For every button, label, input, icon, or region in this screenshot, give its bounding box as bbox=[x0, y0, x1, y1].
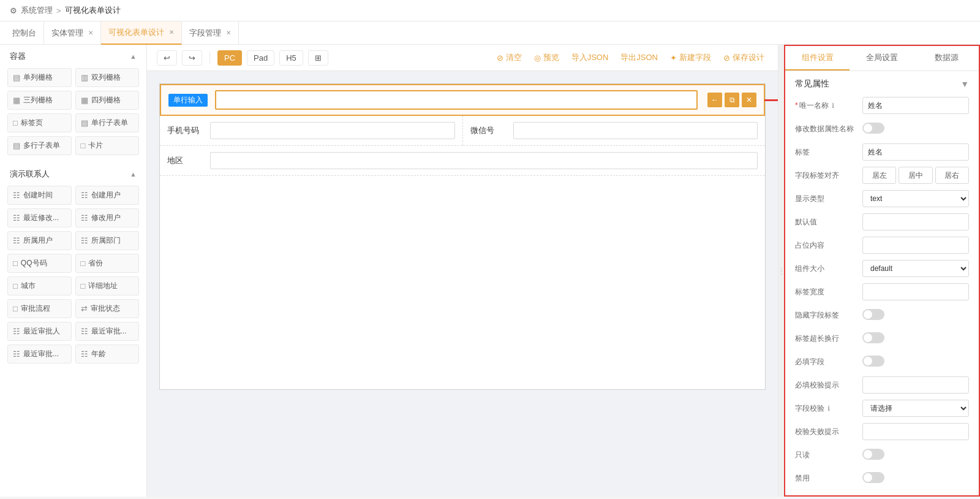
pad-button[interactable]: Pad bbox=[247, 50, 274, 66]
pc-button[interactable]: PC bbox=[217, 50, 242, 66]
demo-collapse-arrow[interactable]: ▲ bbox=[130, 170, 137, 178]
demo-section-header[interactable]: 演示联系人 ▲ bbox=[0, 162, 146, 183]
tab-entity[interactable]: 实体管理 ✕ bbox=[44, 21, 101, 45]
drag-handle[interactable]: ⋮ bbox=[778, 45, 784, 497]
required-field-toggle[interactable] bbox=[862, 356, 884, 367]
sidebar-item-quad-col[interactable]: ▦ 四列栅格 bbox=[75, 91, 140, 110]
field-back-button[interactable]: ← bbox=[707, 93, 722, 107]
field-actions: ← ⧉ ✕ bbox=[707, 93, 756, 107]
sidebar-item-approval-status[interactable]: ⇄ 审批状态 bbox=[75, 299, 140, 318]
field-icon: ☷ bbox=[81, 349, 88, 359]
prop-readonly-label: 只读 bbox=[795, 450, 862, 460]
label-width-input[interactable] bbox=[862, 283, 969, 300]
table-icon: ▤ bbox=[13, 141, 20, 150]
sidebar-item-address[interactable]: □ 详细地址 bbox=[75, 276, 140, 295]
save-design-button[interactable]: ⊘ 保存设计 bbox=[720, 50, 768, 66]
field-icon: ⇄ bbox=[81, 304, 88, 313]
disabled-toggle[interactable] bbox=[862, 472, 884, 483]
sidebar-item-last-modify[interactable]: ☷ 最近修改... bbox=[7, 208, 72, 227]
sidebar-item-province[interactable]: □ 省份 bbox=[75, 254, 140, 273]
sidebar-item-last-approver[interactable]: ☷ 最近审批人 bbox=[7, 322, 72, 341]
prop-label-value bbox=[862, 143, 969, 161]
hidden-toggle[interactable] bbox=[862, 495, 884, 496]
tab-datasource[interactable]: 数据源 bbox=[914, 46, 979, 70]
required-hint-input[interactable] bbox=[862, 376, 969, 394]
default-value-input[interactable] bbox=[862, 213, 969, 230]
preview-button[interactable]: ◎ 预览 bbox=[530, 50, 563, 66]
sidebar-item-qq[interactable]: □ QQ号码 bbox=[7, 254, 72, 273]
placeholder-input[interactable] bbox=[862, 237, 969, 254]
container-collapse-arrow[interactable]: ▲ bbox=[130, 53, 137, 60]
tab-entity-close[interactable]: ✕ bbox=[88, 29, 93, 36]
align-right-button[interactable]: 居右 bbox=[935, 167, 969, 184]
display-type-select[interactable]: text textarea number bbox=[862, 190, 969, 207]
clear-button[interactable]: ⊘ 清空 bbox=[493, 50, 526, 66]
label-wrap-toggle[interactable] bbox=[862, 332, 884, 343]
sidebar-item-multi-subtable[interactable]: ▤ 多行子表单 bbox=[7, 136, 72, 155]
sidebar-item-double-col[interactable]: ▥ 双列栅格 bbox=[75, 68, 140, 87]
field-delete-button[interactable]: ✕ bbox=[742, 93, 756, 107]
h5-button[interactable]: H5 bbox=[279, 50, 303, 66]
prop-readonly-value bbox=[862, 449, 969, 462]
component-size-select[interactable]: default small large bbox=[862, 260, 969, 277]
export-json-button[interactable]: 导出JSON bbox=[617, 50, 662, 66]
sidebar-item-create-user[interactable]: ☷ 创建用户 bbox=[75, 186, 140, 205]
breadcrumb: ⚙ 系统管理 > 可视化表单设计 bbox=[0, 0, 980, 21]
sidebar-item-approval-flow[interactable]: □ 审批流程 bbox=[7, 299, 72, 318]
sidebar-item-triple-col[interactable]: ▦ 三列栅格 bbox=[7, 91, 72, 110]
tab-console[interactable]: 控制台 bbox=[5, 21, 44, 45]
tab-form-design[interactable]: 可视化表单设计 ✕ bbox=[101, 21, 182, 45]
prop-hide-field-label-value bbox=[862, 309, 969, 322]
sidebar-item-card[interactable]: □ 卡片 bbox=[75, 136, 140, 155]
tab-component-settings[interactable]: 组件设置 bbox=[785, 46, 850, 70]
sidebar-item-age[interactable]: ☷ 年龄 bbox=[75, 345, 140, 364]
prop-required-field-value bbox=[862, 356, 969, 368]
undo-button[interactable]: ↩ bbox=[157, 50, 177, 66]
tab-global-settings[interactable]: 全局设置 bbox=[850, 46, 914, 70]
arrow-indicator: ▶ bbox=[764, 95, 778, 105]
sidebar-item-owner-user[interactable]: ☷ 所属用户 bbox=[7, 231, 72, 250]
form-row-name[interactable]: 单行输入 ← ⧉ ✕ ▶ bbox=[160, 84, 765, 116]
unique-name-input[interactable] bbox=[862, 97, 969, 114]
sidebar-item-last-approval-1[interactable]: ☷ 最近审批... bbox=[75, 322, 140, 341]
properties-section-header: 常见属性 ▼ bbox=[795, 78, 969, 90]
redo-button[interactable]: ↪ bbox=[182, 50, 202, 66]
prop-required-field-label: 必填字段 bbox=[795, 357, 862, 367]
field-input[interactable] bbox=[221, 96, 692, 105]
sidebar-item-last-approval-2[interactable]: ☷ 最近审批... bbox=[7, 345, 72, 364]
new-field-button[interactable]: ✦ 新建字段 bbox=[666, 50, 715, 66]
field-copy-button[interactable]: ⧉ bbox=[725, 93, 739, 107]
tab-field-mgmt-close[interactable]: ✕ bbox=[226, 29, 231, 36]
phone-input[interactable] bbox=[210, 122, 455, 139]
properties-collapse-arrow[interactable]: ▼ bbox=[960, 79, 969, 89]
validation-fail-hint-input[interactable] bbox=[862, 423, 969, 440]
label-input[interactable] bbox=[862, 143, 969, 161]
region-input[interactable] bbox=[210, 152, 758, 169]
field-validation-select[interactable]: 请选择 bbox=[862, 400, 969, 417]
align-center-button[interactable]: 居中 bbox=[899, 167, 932, 184]
tab-field-mgmt[interactable]: 字段管理 ✕ bbox=[182, 21, 239, 45]
field-icon: □ bbox=[13, 281, 18, 291]
sidebar-item-city[interactable]: □ 城市 bbox=[7, 276, 72, 295]
prop-default-value-value bbox=[862, 213, 969, 230]
sidebar-item-create-time[interactable]: ☷ 创建时间 bbox=[7, 186, 72, 205]
sidebar-item-tabs[interactable]: □ 标签页 bbox=[7, 113, 72, 132]
prop-required-hint-label: 必填校验提示 bbox=[795, 380, 862, 390]
sidebar-item-dept[interactable]: ☷ 所属部门 bbox=[75, 231, 140, 250]
wechat-input[interactable] bbox=[513, 122, 758, 139]
hide-field-label-toggle[interactable] bbox=[862, 309, 884, 320]
sidebar-item-modify-user[interactable]: ☷ 修改用户 bbox=[75, 208, 140, 227]
field-type-tag: 单行输入 bbox=[168, 94, 208, 107]
tab-icon: □ bbox=[13, 118, 18, 128]
prop-display-type-label: 显示类型 bbox=[795, 194, 862, 204]
view-button[interactable]: ⊞ bbox=[308, 50, 328, 66]
sidebar-item-single-subtable[interactable]: ▤ 单行子表单 bbox=[75, 113, 140, 132]
sidebar-item-single-col[interactable]: ▤ 单列栅格 bbox=[7, 68, 72, 87]
align-left-button[interactable]: 居左 bbox=[862, 167, 896, 184]
import-json-button[interactable]: 导入JSON bbox=[568, 50, 612, 66]
container-section-header[interactable]: 容器 ▲ bbox=[0, 45, 146, 66]
modify-data-attr-toggle[interactable] bbox=[862, 123, 884, 134]
readonly-toggle[interactable] bbox=[862, 449, 884, 460]
field-icon: ☷ bbox=[81, 236, 88, 245]
tab-form-design-close[interactable]: ✕ bbox=[169, 29, 174, 36]
